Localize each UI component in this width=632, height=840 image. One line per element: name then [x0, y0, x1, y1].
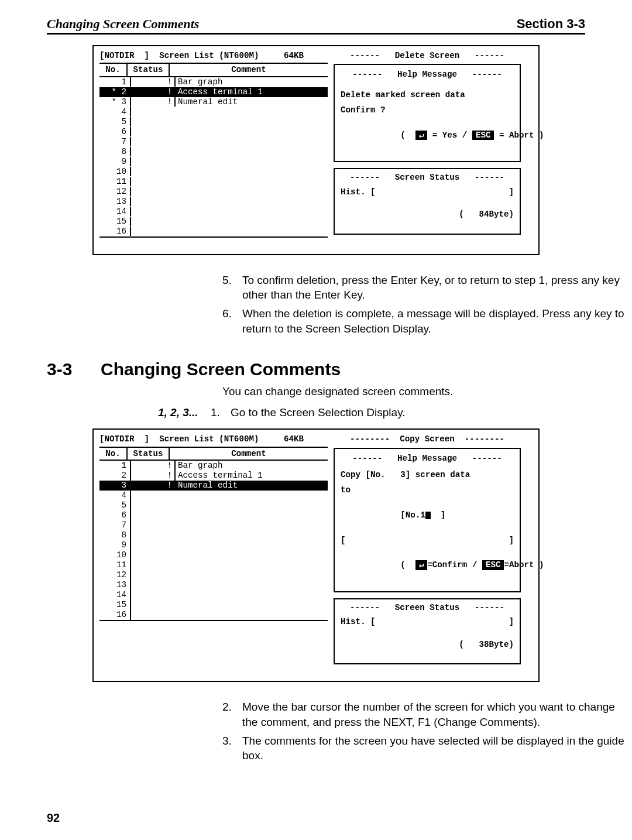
steps-lead: 1, 2, 3...: [158, 406, 211, 419]
hist-label: Hist. [: [341, 617, 376, 626]
t: [No.1: [400, 510, 425, 520]
help-box: ------ Help Message ------ Copy [No. 3] …: [334, 448, 521, 592]
cursor-icon: [425, 512, 431, 519]
table-body: 1!Bar graph* 2!Access terminal 1* 3!Nume…: [99, 77, 328, 238]
table-row: 9: [99, 157, 328, 167]
hist-close: ]: [509, 187, 514, 197]
intro-text: You can change designated screen comment…: [222, 385, 585, 398]
help-title: ------ Help Message ------: [341, 70, 514, 79]
list-item: 3. The comments for the screen you have …: [222, 733, 632, 763]
help-line: [No.1 ]: [341, 501, 514, 530]
byte-value: 84Byte): [464, 210, 514, 219]
col-comment: Comment: [170, 64, 328, 76]
table-row: 4: [99, 491, 328, 500]
table-row: 15: [99, 600, 328, 610]
section-title: Changing Screen Comments: [101, 359, 341, 379]
table-row: 1!Bar graph: [99, 77, 328, 87]
table-header: No. Status Comment: [99, 63, 328, 77]
table-row: * 2!Access terminal 1: [99, 87, 328, 97]
table-row: 6: [99, 127, 328, 137]
table-header: No. Status Comment: [99, 447, 328, 461]
table-row: * 3!Numeral edit: [99, 97, 328, 107]
help-line: Delete marked screen data: [341, 90, 514, 100]
help-keys: ( ↵ = Yes / ESC = Abort ): [341, 121, 514, 149]
table-row: 10: [99, 550, 328, 560]
table-row: 8: [99, 530, 328, 540]
table-row: 8: [99, 147, 328, 157]
table-row: 13: [99, 580, 328, 590]
help-line: Confirm ?: [341, 105, 514, 115]
enter-key-icon: ↵: [415, 560, 428, 570]
t: =Confirm /: [427, 560, 482, 570]
table-body: 1!Bar graph2!Access terminal 13!Numeral …: [99, 461, 328, 621]
status-title: ------ Screen Status ------: [341, 603, 514, 612]
col-status: Status: [128, 64, 170, 76]
table-row: 13: [99, 197, 328, 207]
t: =Abort ): [504, 560, 544, 570]
enter-key-icon: ↵: [415, 131, 428, 140]
step-text: Go to the Screen Selection Display.: [231, 406, 406, 419]
table-row: 4: [99, 107, 328, 117]
t: [: [341, 536, 346, 545]
table-row: 11: [99, 560, 328, 570]
status-box: ------ Screen Status ------ Hist. [ ] ( …: [334, 168, 521, 235]
text: The comments for the screen you have sel…: [242, 733, 632, 763]
text: When the deletion is complete, a message…: [242, 306, 632, 336]
status-title: ------ Screen Status ------: [341, 173, 514, 182]
hist-close: ]: [509, 617, 514, 626]
esc-key-icon: ESC: [472, 131, 494, 140]
table-row: 14: [99, 207, 328, 217]
hist-label: Hist. [: [341, 187, 376, 197]
screenshot-delete-screen: [NOTDIR ] Screen List (NT600M) 64KB No. …: [92, 45, 540, 255]
page-number: 92: [47, 811, 60, 825]
table-row: 1!Bar graph: [99, 461, 328, 471]
table-row: 5: [99, 117, 328, 127]
table-row: 12: [99, 570, 328, 580]
t: = Yes /: [427, 131, 472, 140]
running-head-left: Changing Screen Comments: [47, 16, 199, 32]
table-row: 7: [99, 137, 328, 147]
table-row: 2!Access terminal 1: [99, 471, 328, 481]
byte-open: (: [459, 640, 464, 649]
table-row: 16: [99, 227, 328, 236]
table-row: 5: [99, 500, 328, 510]
table-row: 10: [99, 167, 328, 177]
byte-open: (: [459, 210, 464, 219]
table-row: 6: [99, 510, 328, 520]
t: ]: [431, 510, 446, 520]
dos-title: [NOTDIR ] Screen List (NT600M) 64KB: [99, 51, 328, 60]
section-number: 3-3: [47, 359, 101, 379]
help-title: ------ Help Message ------: [341, 454, 514, 463]
right-title: -------- Copy Screen --------: [334, 434, 521, 444]
list-item: 5. To confirm deletion, press the Enter …: [222, 273, 632, 303]
esc-key-icon: ESC: [482, 560, 504, 570]
table-row: 12: [99, 187, 328, 197]
col-no: No.: [99, 448, 128, 460]
table-row: 16: [99, 610, 328, 620]
screenshot-copy-screen: [NOTDIR ] Screen List (NT600M) 64KB No. …: [92, 428, 540, 682]
table-row: 14: [99, 590, 328, 600]
t: ]: [509, 536, 514, 545]
table-row: 7: [99, 520, 328, 530]
text: To confirm deletion, press the Enter Key…: [242, 273, 632, 303]
col-status: Status: [128, 448, 170, 460]
t: (: [400, 131, 415, 140]
t: (: [400, 560, 415, 570]
running-head-right: Section 3-3: [517, 16, 585, 32]
table-row: 11: [99, 177, 328, 187]
table-row: 15: [99, 217, 328, 227]
help-line: [ ]: [341, 536, 514, 545]
help-line: Copy [No. 3] screen data: [341, 470, 514, 479]
text: Move the bar cursor the number of the sc…: [242, 700, 632, 729]
dos-title: [NOTDIR ] Screen List (NT600M) 64KB: [99, 434, 328, 444]
list-item: 6. When the deletion is complete, a mess…: [222, 306, 632, 336]
help-box: ------ Help Message ------ Delete marked…: [334, 64, 521, 162]
t: = Abort ): [494, 131, 544, 140]
table-row: 9: [99, 540, 328, 550]
col-comment: Comment: [170, 448, 328, 460]
col-no: No.: [99, 64, 128, 76]
help-keys: ( ↵=Confirm / ESC=Abort ): [341, 551, 514, 580]
byte-value: 38Byte): [464, 640, 514, 649]
status-box: ------ Screen Status ------ Hist. [ ] ( …: [334, 598, 521, 665]
list-item: 2. Move the bar cursor the number of the…: [222, 700, 632, 729]
